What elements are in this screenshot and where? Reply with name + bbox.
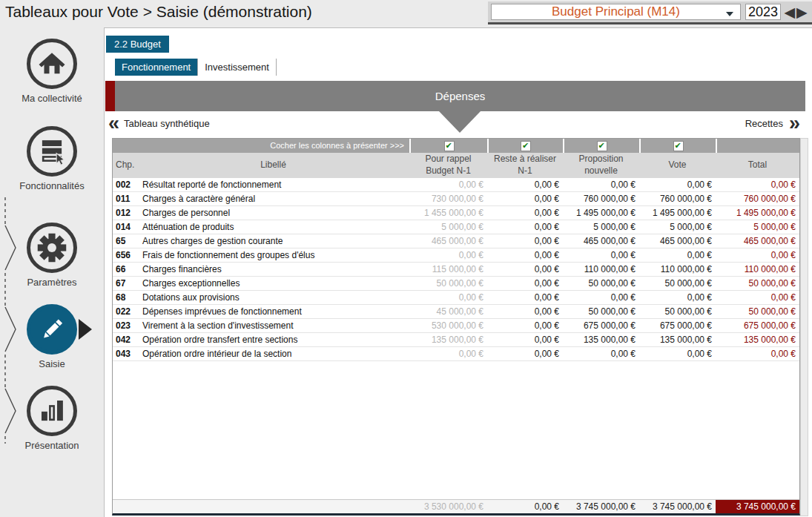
cell-vote[interactable]: 465 000,00 € — [639, 234, 716, 248]
table-row[interactable]: 014 Atténuation de produits 5 000,00 € 0… — [113, 220, 799, 234]
cell-rappel: 0,00 € — [409, 178, 487, 191]
cell-vote[interactable]: 0,00 € — [639, 291, 716, 304]
total-proposition: 3 745 000,00 € — [563, 500, 639, 513]
cell-proposition[interactable]: 50 000,00 € — [563, 277, 639, 290]
cell-total: 110 000,00 € — [716, 263, 799, 276]
cell-proposition[interactable]: 675 000,00 € — [563, 319, 639, 332]
cell-total: 0,00 € — [716, 347, 799, 360]
cell-proposition[interactable]: 110 000,00 € — [563, 263, 639, 276]
cell-vote[interactable]: 135 000,00 € — [639, 333, 716, 346]
cell-libelle: Résultat reporté de fonctionnement — [137, 178, 409, 191]
tab-budget-2-2[interactable]: 2.2 Budget — [106, 36, 169, 53]
cell-rappel: 5 000,00 € — [409, 220, 487, 234]
nav-recettes[interactable]: Recettes — [739, 114, 799, 132]
tab-fonctionnement[interactable]: Fonctionnement — [115, 59, 198, 76]
cell-reste: 0,00 € — [487, 192, 563, 205]
cell-libelle: Charges à caractère général — [137, 192, 409, 205]
checkbox-checked-icon — [444, 141, 455, 151]
cell-proposition[interactable]: 465 000,00 € — [563, 234, 639, 248]
table-row[interactable]: 656 Frais de fonctionnement des groupes … — [113, 248, 799, 263]
page-title: Tableaux pour Vote > Saisie (démonstrati… — [5, 3, 312, 21]
sidebar-item-presentation[interactable]: Présentation — [0, 386, 104, 451]
table-row[interactable]: 66 Charges financières 115 000,00 € 0,00… — [113, 263, 799, 277]
cell-proposition[interactable]: 0,00 € — [563, 291, 639, 304]
table-row[interactable]: 67 Charges exceptionnelles 50 000,00 € 0… — [113, 277, 799, 291]
cell-code: 011 — [113, 192, 137, 205]
sidebar-item-ma-collectivite[interactable]: Ma collectivité — [0, 39, 104, 104]
cell-vote[interactable]: 110 000,00 € — [639, 263, 716, 276]
cell-code: 002 — [113, 178, 137, 191]
table-row[interactable]: 042 Opération ordre transfert entre sect… — [113, 333, 799, 347]
gear-icon — [36, 231, 68, 264]
checkbox-column-reste[interactable] — [487, 139, 563, 153]
cell-libelle: Atténuation de produits — [137, 220, 409, 234]
year-spinner: ◀ ▶ — [781, 4, 811, 20]
sidebar-item-fonctionnalites[interactable]: Fonctionnalités — [0, 126, 104, 191]
previous-year-icon[interactable]: ◀ — [783, 5, 796, 19]
next-year-icon[interactable]: ▶ — [796, 5, 808, 19]
checkbox-checked-icon — [597, 141, 607, 151]
cell-proposition[interactable]: 0,00 € — [563, 347, 639, 360]
cell-libelle: Autres charges de gestion courante — [137, 234, 409, 248]
cell-total: 0,00 € — [716, 248, 799, 262]
table-row[interactable]: 012 Charges de personnel 1 455 000,00 € … — [113, 206, 799, 220]
table-row[interactable]: 022 Dépenses imprévues de fonctionnement… — [113, 305, 799, 319]
col-header-rappel: Pour rappel Budget N-1 — [409, 154, 487, 177]
budget-dropdown[interactable]: Budget Principal (M14) — [491, 4, 741, 20]
cell-vote[interactable]: 0,00 € — [639, 178, 716, 191]
cell-vote[interactable]: 675 000,00 € — [639, 319, 716, 332]
checkbox-column-vote[interactable] — [639, 139, 716, 153]
table-row[interactable]: 043 Opération ordre intérieur de la sect… — [113, 347, 799, 361]
cell-code: 65 — [113, 234, 137, 248]
checkbox-column-total-empty — [716, 139, 799, 153]
table-row[interactable]: 011 Charges à caractère général 730 000,… — [113, 192, 799, 206]
cell-proposition[interactable]: 1 495 000,00 € — [563, 206, 639, 220]
cell-proposition[interactable]: 135 000,00 € — [563, 333, 639, 346]
cell-proposition[interactable]: 0,00 € — [563, 248, 639, 262]
cell-libelle: Charges de personnel — [137, 206, 409, 220]
checkbox-column-proposition[interactable] — [563, 139, 639, 153]
table-row[interactable]: 023 Virement à la section d'investisseme… — [113, 319, 799, 333]
table-row[interactable]: 68 Dotations aux provisions 0,00 € 0,00 … — [113, 291, 799, 305]
table-row[interactable]: 002 Résultat reporté de fonctionnement 0… — [113, 178, 799, 192]
cell-vote[interactable]: 50 000,00 € — [639, 305, 716, 318]
cell-libelle: Dotations aux provisions — [137, 291, 409, 304]
cell-libelle: Dépenses imprévues de fonctionnement — [137, 305, 409, 318]
cell-proposition[interactable]: 760 000,00 € — [563, 192, 639, 205]
total-grand: 3 745 000,00 € — [716, 500, 799, 513]
cell-code: 012 — [113, 206, 137, 220]
cell-vote[interactable]: 50 000,00 € — [639, 277, 716, 290]
cell-vote[interactable]: 760 000,00 € — [639, 192, 716, 205]
banner-pointer-icon — [439, 111, 481, 133]
cell-rappel: 530 000,00 € — [409, 319, 487, 332]
cell-proposition[interactable]: 0,00 € — [563, 178, 639, 191]
tab-investissement[interactable]: Investissement — [198, 59, 277, 76]
cell-libelle: Frais de fonctionnement des groupes d'él… — [137, 248, 409, 262]
checkbox-column-rappel[interactable] — [409, 139, 487, 153]
cell-reste: 0,00 € — [487, 206, 563, 220]
cell-vote[interactable]: 5 000,00 € — [639, 220, 716, 234]
cell-vote[interactable]: 0,00 € — [639, 248, 716, 262]
table-scrollbar[interactable] — [800, 138, 808, 516]
cell-reste: 0,00 € — [487, 234, 563, 248]
cell-reste: 0,00 € — [487, 305, 563, 318]
cell-code: 656 — [113, 248, 137, 262]
cell-rappel: 135 000,00 € — [409, 333, 487, 346]
sidebar-item-parametres[interactable]: Paramètres — [0, 223, 104, 288]
double-chevron-right-icon — [789, 114, 799, 132]
banner-title: Dépenses — [435, 90, 486, 102]
cell-proposition[interactable]: 50 000,00 € — [563, 305, 639, 318]
cell-vote[interactable]: 1 495 000,00 € — [639, 206, 716, 220]
nav-tableau-synthetique[interactable]: Tableau synthétique — [108, 114, 216, 132]
cell-proposition[interactable]: 5 000,00 € — [563, 220, 639, 234]
home-icon — [36, 48, 67, 79]
depenses-banner: Dépenses — [105, 81, 805, 111]
cell-vote[interactable]: 0,00 € — [639, 347, 716, 360]
cell-code: 68 — [113, 291, 137, 304]
cell-rappel: 115 000,00 € — [409, 263, 487, 276]
cell-code: 67 — [113, 277, 137, 290]
table-row[interactable]: 65 Autres charges de gestion courante 46… — [113, 234, 799, 248]
table-body: 002 Résultat reporté de fonctionnement 0… — [113, 178, 799, 361]
sidebar-item-label: Ma collectivité — [0, 93, 104, 104]
col-header-vote: Vote — [639, 159, 716, 171]
